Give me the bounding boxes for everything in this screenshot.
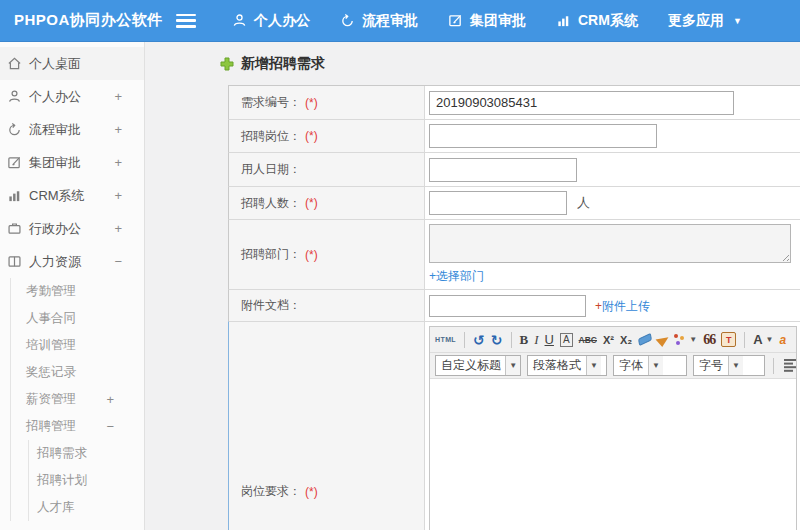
sidebar-item-talent-pool[interactable]: 人才库: [29, 494, 144, 521]
sidebar-item-attendance[interactable]: 考勤管理: [11, 278, 144, 305]
chevron-down-icon: ▼: [689, 335, 697, 344]
sidebar-item-hr-contract[interactable]: 人事合同: [11, 305, 144, 332]
position-input[interactable]: [429, 124, 657, 148]
field-label: 需求编号： (*): [229, 86, 425, 119]
format-brush-icon[interactable]: [658, 334, 668, 345]
sidebar-item-admin-office[interactable]: 行政办公 +: [0, 212, 144, 245]
sidebar-item-recruit-demand[interactable]: 招聘需求: [29, 440, 144, 467]
editor-content-area[interactable]: [430, 379, 796, 530]
font-color-button[interactable]: A ▼: [753, 332, 773, 347]
required-marker: (*): [305, 129, 318, 143]
demand-number-input[interactable]: [429, 91, 734, 115]
form-row-position: 招聘岗位： (*): [228, 119, 800, 152]
field-label: 招聘部门： (*): [229, 220, 425, 289]
highlight-color-button[interactable]: a: [779, 333, 786, 347]
required-marker: (*): [305, 248, 318, 262]
collapse-toggle[interactable]: −: [114, 254, 144, 269]
add-plus-icon: [220, 57, 234, 71]
sidebar-item-salary[interactable]: 薪资管理 +: [11, 386, 144, 413]
required-marker: (*): [305, 96, 318, 110]
edit-icon: [448, 13, 463, 28]
sidebar-item-training[interactable]: 培训管理: [11, 332, 144, 359]
recruit-submenu: 招聘需求 招聘计划 人才库: [28, 440, 144, 521]
strikethrough-button[interactable]: ABC: [579, 335, 597, 345]
form-row-hire-date: 用人日期：: [228, 152, 800, 186]
editor-toolbar-row1: HTML ↺ ↻ B I U A ABC X² X₂: [430, 327, 796, 353]
page-title: 新增招聘需求: [220, 55, 800, 73]
sidebar: 个人桌面 个人办公 + 流程审批 + 集团审批 + CRM系统: [0, 42, 145, 530]
user-icon: [232, 13, 247, 28]
nav-workflow-approval[interactable]: 流程审批: [340, 12, 418, 30]
chevron-down-icon: ▼: [586, 356, 601, 375]
app-logo: PHPOA协同办公软件: [0, 11, 176, 30]
bar-chart-icon: [7, 188, 23, 203]
attachment-upload-link[interactable]: 附件上传: [602, 299, 650, 313]
expand-toggle[interactable]: +: [114, 155, 144, 170]
font-size-select[interactable]: 字号 ▼: [693, 355, 765, 376]
edit-icon: [7, 155, 23, 170]
form-row-demand-number: 需求编号： (*): [228, 86, 800, 119]
resize-handle-icon[interactable]: [780, 252, 789, 261]
expand-toggle[interactable]: +: [106, 392, 144, 407]
undo-icon[interactable]: ↺: [473, 332, 485, 348]
headcount-input[interactable]: [429, 191, 567, 215]
expand-toggle[interactable]: +: [114, 221, 144, 236]
select-department-link[interactable]: +选择部门: [429, 268, 484, 285]
briefcase-icon: [7, 221, 23, 236]
workflow-icon: [7, 122, 23, 137]
rich-text-editor: HTML ↺ ↻ B I U A ABC X² X₂: [429, 326, 797, 530]
font-family-select[interactable]: 字体 ▼: [613, 355, 687, 376]
nav-more-apps[interactable]: 更多应用 ▼: [668, 12, 742, 30]
form-row-headcount: 招聘人数： (*) 人: [228, 186, 800, 219]
eraser-icon[interactable]: [638, 336, 652, 343]
superscript-button[interactable]: X²: [603, 334, 614, 346]
sidebar-item-hr[interactable]: 人力资源 −: [0, 245, 144, 278]
subscript-button[interactable]: X₂: [620, 334, 632, 346]
nav-group-approval[interactable]: 集团审批: [448, 12, 526, 30]
chevron-down-icon: ▼: [505, 356, 520, 375]
sidebar-item-rewards[interactable]: 奖惩记录: [11, 359, 144, 386]
sidebar-item-crm[interactable]: CRM系统 +: [0, 179, 144, 212]
align-left-icon[interactable]: [784, 359, 796, 372]
heading-select[interactable]: 自定义标题 ▼: [435, 355, 521, 376]
bold-button[interactable]: B: [520, 332, 529, 348]
field-label: 招聘岗位： (*): [229, 120, 425, 152]
form-row-job-requirements: 岗位要求： (*) HTML ↺ ↻ B I U A ABC: [228, 321, 800, 530]
color-palette-icon[interactable]: ▼: [674, 334, 697, 346]
chevron-down-icon: ▼: [648, 356, 663, 375]
italic-button[interactable]: I: [534, 332, 538, 348]
department-textarea[interactable]: [429, 224, 791, 263]
sidebar-item-recruit-mgmt[interactable]: 招聘管理 −: [11, 413, 144, 440]
required-marker: (*): [305, 485, 318, 499]
paragraph-format-select[interactable]: 段落格式 ▼: [527, 355, 607, 376]
redo-icon[interactable]: ↻: [491, 332, 503, 348]
expand-toggle[interactable]: +: [114, 89, 144, 104]
collapse-toggle[interactable]: −: [106, 419, 144, 434]
font-style-button[interactable]: A: [560, 333, 573, 347]
blockquote-button[interactable]: 66: [703, 332, 715, 348]
sidebar-item-personal-office[interactable]: 个人办公 +: [0, 80, 144, 113]
menu-toggle-icon[interactable]: [176, 14, 196, 28]
nav-crm-system[interactable]: CRM系统: [556, 12, 638, 30]
chevron-down-icon: ▼: [733, 16, 742, 26]
sidebar-item-group-approval[interactable]: 集团审批 +: [0, 146, 144, 179]
upload-plus: +: [595, 299, 602, 313]
main-content: 新增招聘需求 需求编号： (*) 招聘岗位： (*) 用人日期：: [145, 42, 800, 530]
source-code-button[interactable]: HTML: [435, 336, 456, 343]
sidebar-item-workflow-approval[interactable]: 流程审批 +: [0, 113, 144, 146]
expand-toggle[interactable]: +: [114, 188, 144, 203]
hire-date-input[interactable]: [429, 158, 577, 182]
sidebar-item-recruit-plan[interactable]: 招聘计划: [29, 467, 144, 494]
nav-personal-office[interactable]: 个人办公: [232, 12, 310, 30]
paste-as-text-icon[interactable]: T: [721, 332, 736, 347]
home-icon: [7, 56, 23, 71]
attachment-input[interactable]: [429, 295, 586, 317]
sidebar-item-personal-desktop[interactable]: 个人桌面: [0, 47, 144, 80]
form-row-attachment: 附件文档： +附件上传: [228, 289, 800, 321]
required-marker: (*): [305, 196, 318, 210]
editor-toolbar-row2: 自定义标题 ▼ 段落格式 ▼ 字体 ▼ 字号 ▼: [430, 353, 796, 379]
underline-button[interactable]: U: [545, 332, 554, 347]
workflow-icon: [340, 13, 355, 28]
user-icon: [7, 89, 23, 104]
expand-toggle[interactable]: +: [114, 122, 144, 137]
